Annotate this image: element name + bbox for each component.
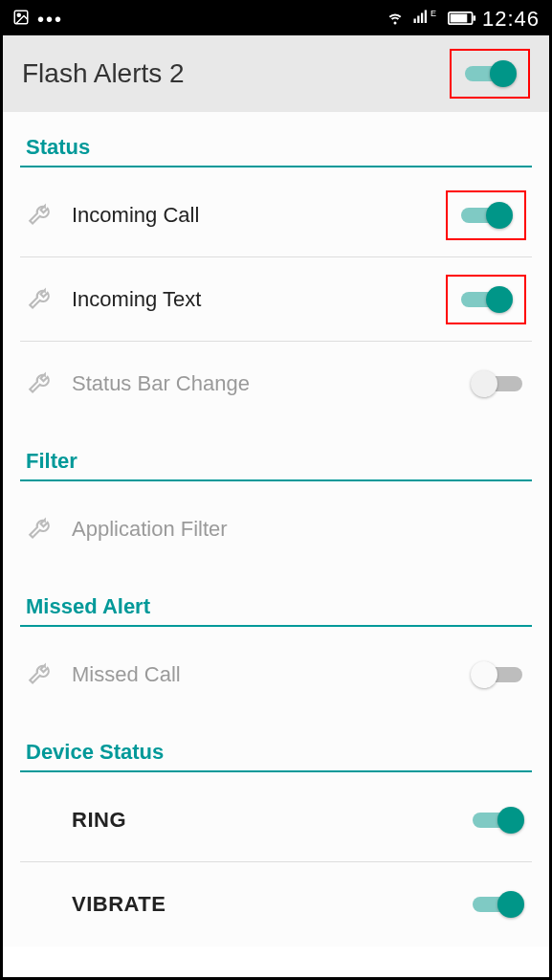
section-title-filter: Filter [20, 426, 532, 479]
more-icon: ••• [37, 9, 63, 31]
picture-icon [12, 9, 30, 31]
svg-rect-3 [418, 15, 420, 23]
signal-icon: E [411, 9, 442, 31]
wrench-icon [26, 513, 72, 546]
row-label: Incoming Call [72, 203, 446, 228]
section-title-missed: Missed Alert [20, 571, 532, 625]
row-label: Status Bar Change [72, 371, 469, 396]
row-label: Application Filter [72, 517, 526, 542]
wrench-icon [26, 658, 72, 691]
row-incoming-text[interactable]: Incoming Text [20, 257, 532, 342]
app-title: Flash Alerts 2 [22, 58, 185, 89]
highlight-incoming-call [446, 190, 526, 240]
app-bar: Flash Alerts 2 [3, 35, 549, 112]
highlight-main-toggle [450, 49, 530, 99]
svg-rect-8 [473, 15, 475, 20]
battery-icon [448, 9, 476, 31]
section-divider [20, 479, 532, 481]
highlight-incoming-text [446, 275, 526, 324]
toggle-vibrate[interactable] [469, 887, 526, 922]
section-divider [20, 166, 532, 167]
section-title-device: Device Status [20, 717, 532, 770]
svg-rect-2 [414, 18, 416, 23]
row-application-filter[interactable]: Application Filter [20, 487, 532, 571]
svg-rect-4 [421, 12, 423, 23]
row-ring[interactable]: RING [20, 778, 532, 862]
section-title-status: Status [20, 112, 532, 166]
toggle-incoming-text[interactable] [457, 282, 515, 317]
wrench-icon [26, 283, 72, 316]
wrench-icon [26, 368, 72, 400]
svg-point-1 [17, 13, 20, 16]
row-missed-call[interactable]: Missed Call [20, 633, 532, 717]
settings-list: Status Incoming Call Incoming Text Statu… [3, 112, 549, 947]
section-divider [20, 770, 532, 772]
main-toggle[interactable] [461, 56, 519, 91]
row-incoming-call[interactable]: Incoming Call [20, 173, 532, 257]
svg-rect-5 [425, 10, 427, 23]
wifi-icon [385, 9, 406, 31]
toggle-status-bar-change[interactable] [469, 367, 526, 401]
row-vibrate[interactable]: VIBRATE [20, 862, 532, 947]
wrench-icon [26, 199, 72, 232]
android-statusbar: ••• E 12:46 [3, 3, 549, 35]
clock-text: 12:46 [482, 7, 540, 32]
row-label: Missed Call [72, 662, 469, 687]
section-divider [20, 625, 532, 627]
svg-rect-7 [451, 13, 468, 22]
toggle-ring[interactable] [469, 803, 526, 837]
toggle-incoming-call[interactable] [457, 198, 515, 233]
row-label: Incoming Text [72, 287, 446, 312]
row-label: VIBRATE [72, 892, 469, 917]
row-label: RING [72, 808, 469, 833]
row-status-bar-change[interactable]: Status Bar Change [20, 342, 532, 426]
toggle-missed-call[interactable] [469, 657, 526, 692]
